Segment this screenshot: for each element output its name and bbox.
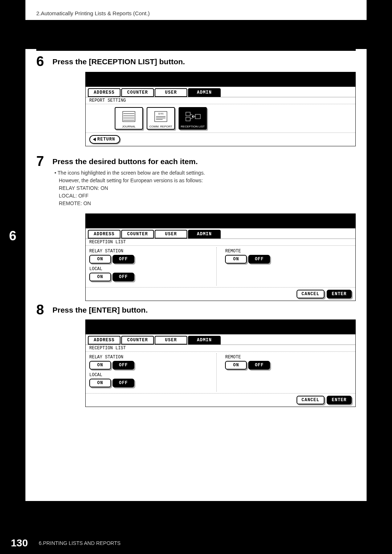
relay-station-label: RELAY STATION (89, 249, 213, 254)
remote-on-button[interactable]: ON (225, 255, 247, 264)
step-number: 8 (36, 302, 51, 318)
footer-caption: 6.PRINTING LISTS AND REPORTS (39, 540, 121, 546)
step-8: 8 Press the [ENTER] button. (36, 302, 356, 318)
comm-report-icon: 12:01 (152, 108, 170, 125)
page-footer: 130 6.PRINTING LISTS AND REPORTS (0, 532, 392, 554)
reception-list-label: RECEPTION LIST (181, 125, 205, 128)
tab-counter[interactable]: COUNTER (121, 230, 154, 239)
relay-station-label: RELAY STATION (89, 355, 213, 360)
tab-admin[interactable]: ADMIN (188, 88, 221, 97)
return-button[interactable]: RETURN (89, 135, 120, 144)
tab-admin[interactable]: ADMIN (188, 230, 221, 239)
remote-off-button[interactable]: OFF (248, 361, 270, 370)
step-number: 7 (36, 154, 51, 169)
relay-off-button[interactable]: OFF (113, 361, 134, 370)
local-label: LOCAL (89, 266, 213, 272)
note-line: However, the default setting for Europea… (54, 177, 356, 184)
note-line: RELAY STATION: ON (54, 184, 356, 192)
tab-counter[interactable]: COUNTER (121, 88, 154, 97)
enter-button[interactable]: ENTER (327, 396, 352, 404)
header-strip (25, 20, 367, 49)
local-off-button[interactable]: OFF (113, 273, 134, 281)
tab-admin[interactable]: ADMIN (188, 336, 221, 345)
page-root: 2.Automatically Printing Lists & Reports… (0, 0, 392, 554)
remote-off-button[interactable]: OFF (248, 255, 270, 264)
enter-button[interactable]: ENTER (327, 290, 352, 298)
cancel-button[interactable]: CANCEL (297, 396, 324, 404)
tab-address[interactable]: ADDRESS (88, 230, 121, 239)
tab-counter[interactable]: COUNTER (121, 336, 154, 345)
step-title: Press the desired buttons for each item. (52, 157, 197, 166)
reception-list-button[interactable]: RECEPTION LIST (179, 107, 207, 130)
screen-titlebar (86, 72, 355, 87)
chapter-tab: 6 (0, 223, 25, 249)
subheading: RECEPTION LIST (86, 239, 355, 245)
svg-point-15 (192, 116, 193, 117)
rule (36, 49, 356, 51)
tab-user[interactable]: USER (155, 230, 187, 239)
screen-reception-list-enter: ADDRESS COUNTER USER ADMIN RECEPTION LIS… (85, 319, 356, 407)
divider (216, 353, 217, 392)
screen-titlebar (86, 214, 355, 228)
screen-report-setting: ADDRESS COUNTER USER ADMIN REPORT SETTIN… (85, 72, 356, 146)
comm-report-button[interactable]: 12:01 COMM. REPORT (147, 107, 175, 130)
svg-rect-10 (186, 112, 190, 116)
screen-reception-list-defaults: ADDRESS COUNTER USER ADMIN RECEPTION LIS… (85, 213, 356, 301)
step-6: 6 Press the [RECEPTION LIST] button. (36, 54, 356, 69)
journal-label: JOURNAL (122, 125, 135, 128)
relay-on-button[interactable]: ON (89, 255, 111, 264)
local-on-button[interactable]: ON (89, 273, 111, 281)
local-label: LOCAL (89, 372, 213, 378)
journal-icon (120, 108, 138, 125)
tabs-row: ADDRESS COUNTER USER ADMIN (86, 87, 355, 97)
tab-address[interactable]: ADDRESS (88, 336, 121, 345)
tab-user[interactable]: USER (155, 88, 187, 97)
reception-list-icon (184, 108, 202, 125)
svg-rect-11 (186, 117, 190, 121)
comm-report-label: COMM. REPORT (150, 125, 172, 128)
note-line: REMOTE: ON (54, 200, 356, 207)
note-line: LOCAL: OFF (54, 192, 356, 200)
breadcrumb: 2.Automatically Printing Lists & Reports… (36, 10, 150, 16)
tab-address[interactable]: ADDRESS (88, 88, 121, 97)
tabs-row: ADDRESS COUNTER USER ADMIN (86, 228, 355, 239)
step-title: Press the [RECEPTION LIST] button. (52, 57, 185, 66)
divider (216, 247, 217, 286)
step-title: Press the [ENTER] button. (52, 306, 148, 314)
local-on-button[interactable]: ON (89, 379, 111, 387)
cancel-button[interactable]: CANCEL (297, 290, 324, 298)
step-number: 6 (36, 54, 51, 69)
remote-on-button[interactable]: ON (225, 361, 247, 370)
relay-off-button[interactable]: OFF (113, 255, 134, 264)
local-off-button[interactable]: OFF (113, 379, 134, 387)
remote-label: REMOTE (225, 249, 338, 254)
subheading: RECEPTION LIST (86, 345, 355, 351)
tabs-row: ADDRESS COUNTER USER ADMIN (86, 334, 355, 345)
tab-user[interactable]: USER (155, 336, 187, 345)
svg-text:12:01: 12:01 (158, 113, 164, 115)
content-area: 2.Automatically Printing Lists & Reports… (25, 0, 367, 501)
note-line: The icons highlighted in the screen belo… (54, 169, 356, 177)
step-7: 7 Press the desired buttons for each ite… (36, 154, 356, 207)
subheading: REPORT SETTING (86, 97, 355, 104)
svg-rect-12 (195, 114, 200, 119)
journal-button[interactable]: JOURNAL (115, 107, 143, 130)
remote-label: REMOTE (225, 355, 338, 360)
screen-titlebar (86, 320, 355, 334)
page-number: 130 (0, 537, 35, 549)
relay-on-button[interactable]: ON (89, 361, 111, 370)
